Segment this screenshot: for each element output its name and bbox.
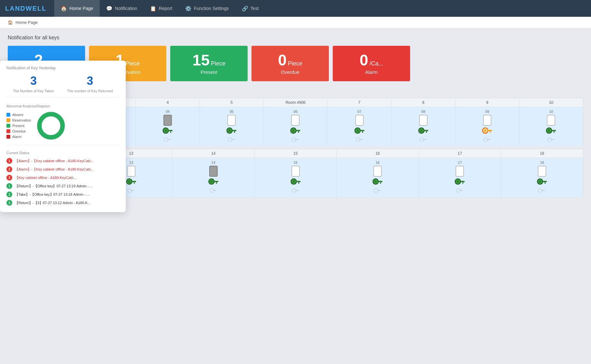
key-spare-16 (374, 188, 381, 195)
legend-reservation-label: Reservation (12, 118, 31, 122)
svg-rect-17 (164, 115, 172, 125)
popup-card: Notification of Key Yesterday 3 The Numb… (0, 61, 126, 212)
status-text-5: 【Return】-【3】07-27 13:12 Admin - A180-K..… (15, 201, 91, 205)
key-slot-05[interactable]: 05 (200, 107, 264, 146)
key-slot-14[interactable]: 14 (172, 158, 255, 197)
svg-rect-37 (295, 139, 298, 140)
stat-card-overdue[interactable]: 0 Piece Overdue (251, 46, 329, 81)
key-slot-16[interactable]: 16 (337, 158, 419, 197)
key-fob-13 (127, 165, 136, 177)
nav-settings-label: Function Settings (194, 6, 229, 11)
key-slot-10[interactable]: 10 (519, 107, 583, 146)
brand-part1: LAND (5, 5, 26, 12)
popup-stat-taken: 3 The Number of Key Taken (13, 74, 54, 93)
popup-stat-returned-num: 3 (67, 74, 113, 88)
key-spare-07 (356, 137, 363, 144)
slot-num-05: 05 (230, 110, 233, 113)
status-item-3: 1 【Return】-【Office key】07-27 13:19 Admin… (6, 183, 119, 189)
svg-rect-59 (547, 115, 555, 125)
legend-reservation: Reservation (6, 118, 31, 122)
popup-stat-returned: 3 The number of Key Returned (67, 74, 113, 93)
svg-rect-41 (360, 130, 364, 131)
home-icon: 🏠 (61, 5, 67, 12)
donut-svg (36, 111, 65, 140)
alarm-num: 0 (360, 53, 368, 68)
status-text-0: 【Alarm】-【Key cabinet offline - A180-KeyC… (15, 159, 94, 163)
brand-part2: WELL (26, 5, 47, 12)
key-spare-06 (291, 137, 299, 144)
svg-point-46 (419, 128, 424, 133)
key-fob-08 (419, 114, 428, 126)
legend-overdue-dot (6, 129, 10, 133)
key-icon-17 (455, 178, 465, 187)
svg-rect-48 (424, 130, 428, 131)
svg-rect-91 (298, 182, 299, 184)
svg-point-25 (227, 128, 232, 133)
slot-num-09: 09 (485, 110, 489, 113)
key-spare-14 (210, 188, 217, 195)
slot-num-07: 07 (358, 110, 361, 113)
status-item-2: 3 【Key cabinet offline - A180-KeyCabi... (6, 175, 119, 181)
nav-home[interactable]: 🏠 Home Page (54, 0, 100, 17)
key-slot-17[interactable]: 17 (419, 158, 501, 197)
key-spare-05 (228, 137, 235, 144)
key-icon-04 (163, 127, 173, 136)
svg-rect-80 (210, 166, 217, 176)
overdue-num: 0 (278, 53, 287, 68)
key-slot-04[interactable]: 04 (136, 107, 200, 146)
key-icon-07 (354, 127, 365, 136)
reservation-piece: Piece (125, 60, 140, 67)
chart-legend: Absent Reservation Present Overdue Alarm (6, 113, 31, 139)
nav-home-label: Home Page (69, 6, 93, 11)
nav-report[interactable]: 📋 Report (143, 0, 179, 17)
breadcrumb-label: Home Page (15, 20, 38, 25)
nav-function-settings[interactable]: ⚙️ Function Settings (179, 0, 235, 17)
key-icon-18 (537, 178, 547, 187)
svg-rect-93 (295, 190, 299, 191)
status-badge-0: 1 (6, 158, 12, 164)
svg-rect-86 (213, 190, 216, 191)
nav-notification[interactable]: 💬 Notification (100, 0, 143, 17)
svg-point-109 (537, 179, 543, 184)
svg-rect-100 (377, 190, 380, 191)
key-slot-15[interactable]: 15 (255, 158, 337, 197)
report-icon: 📋 (150, 5, 156, 12)
svg-rect-38 (356, 115, 363, 125)
present-num: 15 (192, 53, 210, 68)
svg-rect-65 (551, 139, 554, 140)
key-slot-09[interactable]: 09 (456, 107, 519, 146)
key-spare-09 (483, 137, 491, 144)
svg-rect-63 (554, 131, 555, 133)
legend-alarm-dot (6, 135, 10, 139)
key-spare-15 (292, 188, 300, 195)
status-text-3: 【Return】-【Office key】07-27 13:19 Admin -… (15, 184, 93, 189)
legend-present-dot (6, 124, 10, 128)
key-slot-08[interactable]: 08 (391, 107, 455, 146)
nav-test[interactable]: 🔗 Test (235, 0, 265, 17)
svg-rect-84 (216, 182, 217, 184)
overdue-label: Overdue (281, 69, 300, 75)
popup-stat-returned-label: The number of Key Returned (67, 89, 113, 93)
donut-chart-area: Absent Reservation Present Overdue Alarm (6, 111, 119, 145)
svg-rect-55 (488, 130, 492, 131)
legend-overdue: Overdue (6, 129, 31, 133)
svg-rect-27 (232, 130, 236, 131)
key-slot-06[interactable]: 06 (264, 107, 328, 146)
stat-card-present[interactable]: 15 Piece Present (170, 46, 248, 81)
legend-overdue-label: Overdue (12, 129, 26, 133)
slot-num-10: 10 (549, 110, 553, 113)
breadcrumb: 🏠 Home Page (0, 17, 591, 28)
status-text-2: 【Key cabinet offline - A180-KeyCabi... (15, 175, 76, 180)
svg-rect-42 (362, 131, 363, 133)
stat-card-alarm[interactable]: 0 /Ca... Alarm (333, 46, 410, 81)
status-badge-4: 2 (6, 192, 12, 197)
svg-rect-111 (542, 181, 547, 182)
svg-point-39 (355, 128, 360, 133)
key-slot-07[interactable]: 07 (328, 107, 391, 146)
svg-rect-108 (538, 166, 546, 176)
key-spare-17 (456, 188, 464, 195)
svg-point-95 (373, 179, 379, 184)
legend-absent: Absent (6, 113, 31, 117)
status-list: 1 【Alarm】-【Key cabinet offline - A180-Ke… (6, 158, 119, 206)
key-slot-18[interactable]: 18 (501, 158, 583, 197)
